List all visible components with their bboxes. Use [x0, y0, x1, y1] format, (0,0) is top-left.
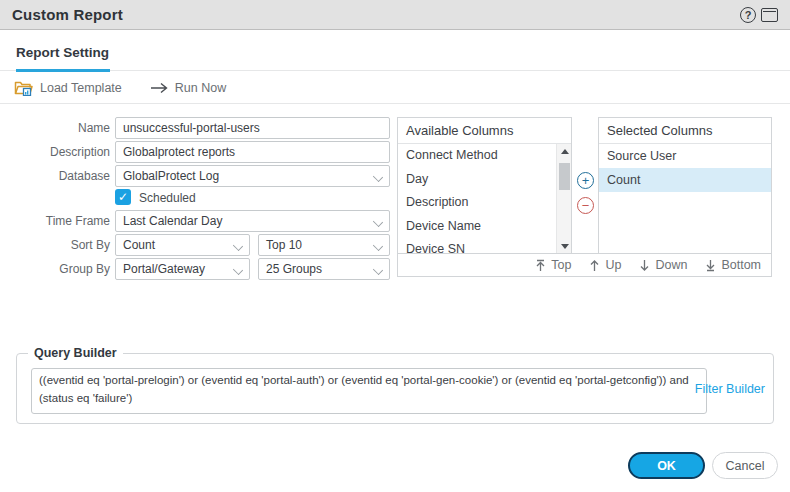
- database-select[interactable]: GlobalProtect Log: [115, 165, 390, 187]
- name-input[interactable]: [115, 117, 390, 139]
- scroll-up-icon[interactable]: [557, 144, 571, 158]
- remove-column-button[interactable]: −: [577, 197, 594, 214]
- list-item-selected[interactable]: Count: [599, 168, 771, 192]
- query-builder-legend: Query Builder: [28, 346, 123, 360]
- run-now-button[interactable]: Run Now: [150, 81, 226, 95]
- column-chooser: Available Columns Connect Method Day Des…: [397, 117, 772, 277]
- available-columns-list: Connect Method Day Description Device Na…: [398, 144, 571, 253]
- description-label: Description: [0, 145, 110, 159]
- database-label: Database: [0, 169, 110, 183]
- chevron-down-icon: [374, 173, 382, 181]
- tab-report-setting[interactable]: Report Setting: [16, 45, 109, 60]
- time-frame-select[interactable]: Last Calendar Day: [115, 210, 390, 232]
- chevron-down-icon: [234, 266, 242, 274]
- scrollbar-thumb[interactable]: [559, 163, 570, 190]
- list-item[interactable]: Day: [398, 168, 571, 192]
- description-input[interactable]: [115, 141, 390, 163]
- group-count-select[interactable]: 25 Groups: [258, 258, 390, 280]
- arrow-to-top-icon: [535, 259, 546, 272]
- minimize-window-icon[interactable]: [761, 8, 778, 22]
- load-template-button[interactable]: Load Template: [14, 80, 122, 96]
- list-item[interactable]: Device Name: [398, 215, 571, 239]
- list-item[interactable]: Device SN: [398, 238, 571, 253]
- dialog-title: Custom Report: [0, 6, 123, 23]
- sort-by-label: Sort By: [0, 238, 110, 252]
- selected-columns-panel: Selected Columns Source User Count: [598, 117, 772, 254]
- scroll-down-icon[interactable]: [557, 239, 571, 253]
- sort-by-select[interactable]: Count: [115, 234, 250, 256]
- time-frame-value: Last Calendar Day: [123, 214, 222, 228]
- filter-builder-link[interactable]: Filter Builder: [695, 382, 765, 396]
- name-label: Name: [0, 121, 110, 135]
- move-up-button[interactable]: Up: [589, 258, 621, 272]
- dialog-titlebar: Custom Report ?: [0, 0, 790, 30]
- list-item[interactable]: Source User: [599, 144, 771, 168]
- column-transfer-controls: + −: [572, 117, 598, 254]
- dialog-footer: OK Cancel: [628, 452, 778, 479]
- chevron-down-icon: [374, 218, 382, 226]
- load-template-folder-icon: [14, 80, 33, 96]
- run-now-label: Run Now: [175, 81, 226, 95]
- help-icon[interactable]: ?: [740, 7, 756, 23]
- add-column-button[interactable]: +: [577, 172, 594, 189]
- move-top-button[interactable]: Top: [535, 258, 571, 272]
- sort-by-value: Count: [123, 238, 155, 252]
- ok-button[interactable]: OK: [628, 452, 705, 479]
- query-input[interactable]: ((eventid eq 'portal-prelogin') or (even…: [31, 368, 707, 414]
- chevron-down-icon: [374, 266, 382, 274]
- move-down-button[interactable]: Down: [639, 258, 687, 272]
- column-order-bar: Top Up Down Bottom: [397, 253, 772, 277]
- titlebar-icons: ?: [740, 0, 778, 30]
- available-columns-header: Available Columns: [398, 118, 571, 144]
- scheduled-checkbox[interactable]: ✓: [115, 189, 131, 205]
- time-frame-label: Time Frame: [0, 214, 110, 228]
- database-value: GlobalProtect Log: [123, 169, 219, 183]
- selected-columns-list: Source User Count: [599, 144, 771, 253]
- chevron-down-icon: [374, 242, 382, 250]
- list-item[interactable]: Connect Method: [398, 144, 571, 168]
- move-bottom-button[interactable]: Bottom: [705, 258, 761, 272]
- group-count-value: 25 Groups: [266, 262, 322, 276]
- group-by-value: Portal/Gateway: [123, 262, 205, 276]
- group-by-label: Group By: [0, 262, 110, 276]
- tab-bar: Report Setting: [0, 31, 790, 71]
- scheduled-label: Scheduled: [139, 191, 196, 205]
- available-columns-panel: Available Columns Connect Method Day Des…: [397, 117, 572, 254]
- group-by-select[interactable]: Portal/Gateway: [115, 258, 250, 280]
- arrow-down-icon: [639, 259, 650, 272]
- arrow-to-bottom-icon: [705, 259, 716, 272]
- sort-limit-select[interactable]: Top 10: [258, 234, 390, 256]
- query-builder-section: Query Builder ((eventid eq 'portal-prelo…: [16, 346, 774, 424]
- run-now-arrow-icon: [150, 82, 168, 94]
- arrow-up-icon: [589, 259, 600, 272]
- sort-limit-value: Top 10: [266, 238, 302, 252]
- list-item[interactable]: Description: [398, 191, 571, 215]
- cancel-button[interactable]: Cancel: [712, 452, 778, 479]
- selected-columns-header: Selected Columns: [599, 118, 771, 144]
- chevron-down-icon: [234, 242, 242, 250]
- available-columns-scrollbar[interactable]: [556, 144, 571, 253]
- active-tab-underline: [16, 69, 110, 72]
- report-toolbar: Load Template Run Now: [0, 73, 790, 104]
- load-template-label: Load Template: [40, 81, 122, 95]
